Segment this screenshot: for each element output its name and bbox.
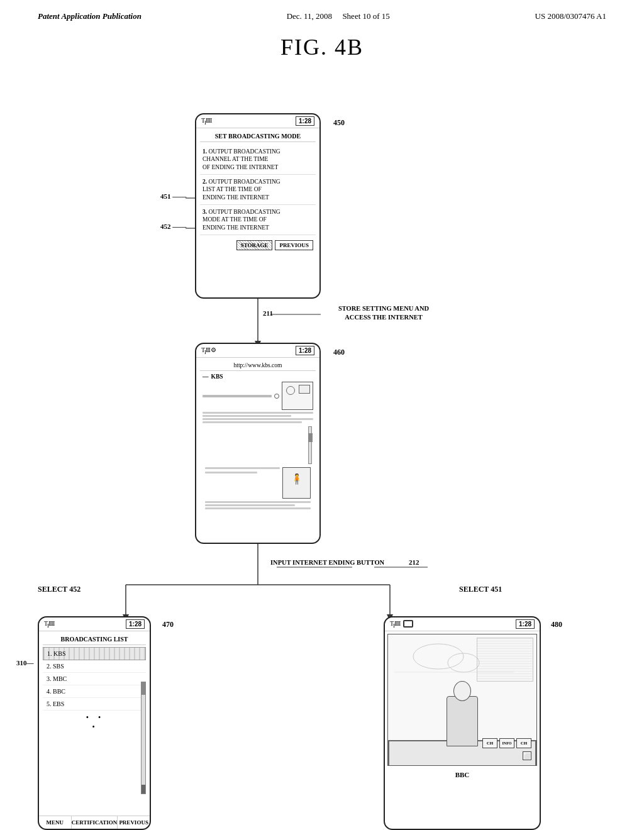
previous-button-top[interactable]: PREVIOUS	[275, 240, 313, 250]
bl-title: BROADCASTING LIST	[43, 634, 146, 645]
menu-item-1[interactable]: 1. OUTPUT BROADCASTINGCHANNEL AT THE TIM…	[200, 145, 316, 175]
annotation-input-ending: INPUT INTERNET ENDING BUTTON	[270, 558, 396, 567]
ref-211: 211	[263, 309, 273, 317]
list-item-ebs[interactable]: 5. EBS	[43, 698, 146, 711]
bottom-buttons-top: STORAGE PREVIOUS	[200, 238, 316, 253]
anchor-body	[447, 696, 478, 746]
svg-point-13	[413, 644, 464, 669]
menu-item-3[interactable]: 3. OUTPUT BROADCASTINGMODE AT THE TIME O…	[200, 205, 316, 235]
battery-time-mid: 1:28	[296, 346, 314, 355]
label-460: 460	[333, 348, 345, 357]
battery-time-bl: 1:28	[126, 619, 145, 629]
phone-mid: TIIII ⚙ 1:28 http://www.kbs.com KBS	[195, 343, 321, 544]
menu-button[interactable]: MENU	[39, 816, 72, 829]
kbs-label: KBS	[200, 373, 316, 380]
select-452-label: SELECT 452	[38, 585, 80, 594]
menu-title-top: SET BROADCASTING MODE	[200, 131, 316, 142]
figure-title: FIG. 4B	[0, 34, 644, 60]
signal-bars-bl: TIIIII	[44, 620, 54, 629]
label-450: 450	[333, 118, 345, 128]
ref-452: 452 ——	[160, 223, 186, 230]
phone-br: TIIIII 1:28	[384, 616, 541, 830]
phone-br-status: TIIIII 1:28	[385, 617, 540, 631]
scroll-indicator-bl[interactable]	[141, 682, 146, 794]
ch-button[interactable]: CH	[482, 738, 497, 748]
list-item-sbs[interactable]: 2. SBS	[43, 660, 146, 673]
anchor-head	[453, 681, 471, 701]
ref-212: 212	[409, 558, 419, 566]
select-451-label: SELECT 451	[459, 585, 502, 594]
diagram-area: TIIIII 1:28 SET BROADCASTING MODE 1. OUT…	[0, 69, 644, 830]
publication-label: Patent Application Publication	[38, 11, 142, 21]
signal-bars-top: TIIIII	[201, 117, 211, 126]
battery-time-br: 1:28	[516, 619, 535, 629]
dots-area: • ••	[43, 711, 146, 734]
label-310: 310—	[16, 659, 34, 667]
page-header: Patent Application Publication Dec. 11, …	[0, 0, 644, 28]
info-button[interactable]: INFO	[499, 738, 514, 748]
patent-number: US 2008/0307476 A1	[535, 11, 606, 21]
phone-mid-status: TIIII ⚙ 1:28	[196, 344, 319, 358]
signal-bars-mid: TIIII ⚙	[201, 346, 216, 355]
phone-bl: TIIIII 1:28 BROADCASTING LIST 1. KBS 2. …	[38, 616, 151, 830]
battery-time-top: 1:28	[296, 116, 314, 126]
ch2-button[interactable]: CH	[516, 738, 531, 748]
close-button[interactable]: ⬜	[523, 751, 531, 760]
certification-button[interactable]: CERTIFICATION	[72, 816, 118, 829]
url-bar[interactable]: http://www.kbs.com	[200, 360, 316, 371]
label-480: 480	[551, 620, 562, 629]
bottom-buttons-bl: MENU CERTIFICATION PREVIOUS	[39, 816, 150, 829]
phone-top: TIIIII 1:28 SET BROADCASTING MODE 1. OUT…	[195, 113, 321, 299]
menu-item-2[interactable]: 2. OUTPUT BROADCASTINGLIST AT THE TIME O…	[200, 175, 316, 205]
storage-button[interactable]: STORAGE	[236, 240, 273, 250]
tv-screen: CH INFO CH ⬜	[387, 634, 537, 766]
overlay-buttons: CH INFO CH ⬜	[482, 738, 531, 760]
signal-bars-br: TIIIII	[390, 620, 415, 629]
web-content: 🧍	[200, 380, 316, 513]
phone-bl-status: TIIIII 1:28	[39, 617, 150, 631]
list-item-bbc[interactable]: 4. BBC	[43, 685, 146, 698]
station-label: BBC	[385, 768, 540, 781]
ref-451: 451 ——	[160, 192, 186, 200]
list-item-mbc[interactable]: 3. MBC	[43, 673, 146, 685]
phone-top-status: TIIIII 1:28	[196, 114, 319, 128]
date-sheet: Dec. 11, 2008 Sheet 10 of 15	[287, 11, 390, 21]
previous-button-bl[interactable]: PREVIOUS	[118, 816, 150, 829]
annotation-store-setting: STORE SETTING MENU ANDACCESS THE INTERNE…	[321, 304, 447, 321]
list-item-kbs[interactable]: 1. KBS	[43, 647, 146, 660]
label-470: 470	[162, 620, 174, 629]
